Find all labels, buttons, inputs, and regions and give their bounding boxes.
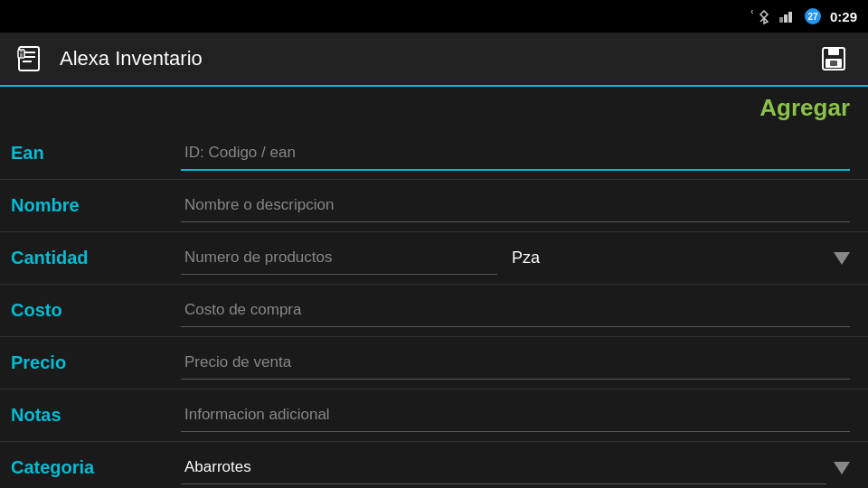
agregar-label: Agregar	[760, 94, 850, 121]
ean-input[interactable]	[181, 136, 850, 171]
pza-section: Pza	[512, 249, 850, 267]
costo-input-wrapper	[181, 294, 850, 327]
precio-input[interactable]	[181, 346, 850, 380]
svg-rect-15	[830, 61, 837, 66]
svg-rect-13	[828, 48, 839, 55]
categoria-dropdown-arrow[interactable]	[834, 462, 850, 474]
svg-marker-2	[784, 14, 788, 23]
notas-row: Notas	[0, 389, 868, 442]
costo-input[interactable]	[181, 294, 850, 327]
nombre-row: Nombre	[0, 180, 868, 232]
cantidad-label: Cantidad	[0, 248, 181, 268]
pza-value: Pza	[512, 249, 566, 267]
status-bar: ʿ 27 0:29	[0, 0, 868, 33]
form-container: Ean Nombre Cantidad Pza Costo Precio	[0, 127, 868, 488]
costo-row: Costo	[0, 285, 868, 337]
app-title: Alexa Inventario	[60, 47, 814, 70]
categoria-input-wrapper: Abarrotes	[181, 451, 850, 484]
network-badge: 27	[805, 8, 821, 24]
agregar-header: Agregar	[0, 87, 868, 127]
status-time: 0:29	[830, 9, 857, 24]
ean-label: Ean	[0, 143, 181, 164]
precio-input-wrapper	[181, 346, 850, 380]
save-button[interactable]	[814, 39, 854, 79]
app-icon	[14, 42, 47, 75]
categoria-row: Categoria Abarrotes	[0, 442, 868, 488]
app-bar: Alexa Inventario	[0, 33, 868, 87]
signal-icon	[779, 8, 796, 23]
notas-input-wrapper	[181, 399, 850, 432]
notas-label: Notas	[0, 405, 181, 426]
categoria-label: Categoria	[0, 457, 181, 478]
cantidad-input-wrapper: Pza	[181, 241, 850, 275]
cantidad-dropdown-arrow[interactable]	[834, 252, 850, 265]
ean-row: Ean	[0, 127, 868, 180]
precio-row: Precio	[0, 337, 868, 389]
categoria-value: Abarrotes	[181, 451, 826, 484]
nombre-input-wrapper	[181, 189, 850, 222]
notas-input[interactable]	[181, 399, 850, 432]
ean-input-wrapper	[181, 136, 850, 171]
bluetooth-icon: ʿ	[750, 8, 770, 23]
nombre-input[interactable]	[181, 189, 850, 222]
nombre-label: Nombre	[0, 195, 181, 216]
cantidad-row: Cantidad Pza	[0, 232, 868, 285]
costo-label: Costo	[0, 300, 181, 321]
cantidad-input[interactable]	[181, 241, 497, 275]
svg-marker-1	[779, 17, 783, 23]
svg-marker-3	[788, 12, 792, 23]
precio-label: Precio	[0, 352, 181, 373]
